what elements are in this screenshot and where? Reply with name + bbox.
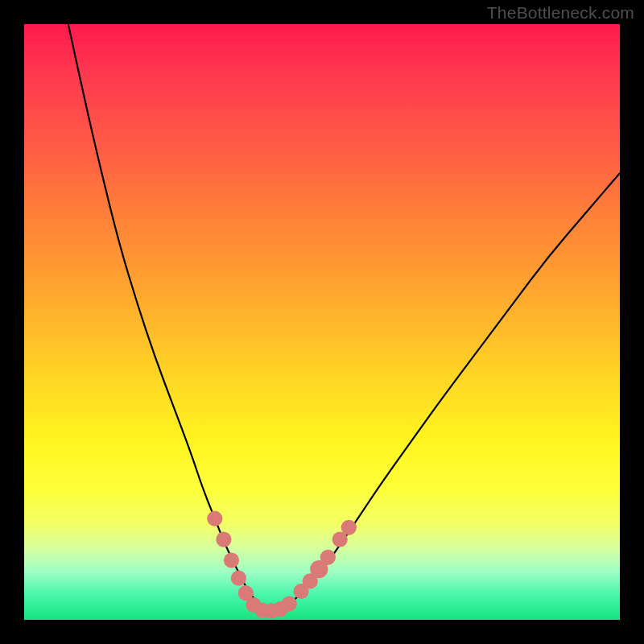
marker-right-4 [320, 550, 336, 565]
marker-left-2 [216, 532, 231, 547]
watermark-text: TheBottleneck.com [487, 3, 634, 23]
chart-plot-area [24, 24, 620, 620]
chart-svg [24, 24, 620, 620]
marker-bottom-5 [282, 596, 297, 611]
markers-group [207, 511, 357, 619]
marker-right-6 [341, 520, 357, 535]
marker-left-1 [207, 511, 222, 526]
marker-left-4 [231, 571, 246, 586]
marker-left-3 [224, 552, 239, 568]
chart-frame: TheBottleneck.com [0, 0, 644, 644]
